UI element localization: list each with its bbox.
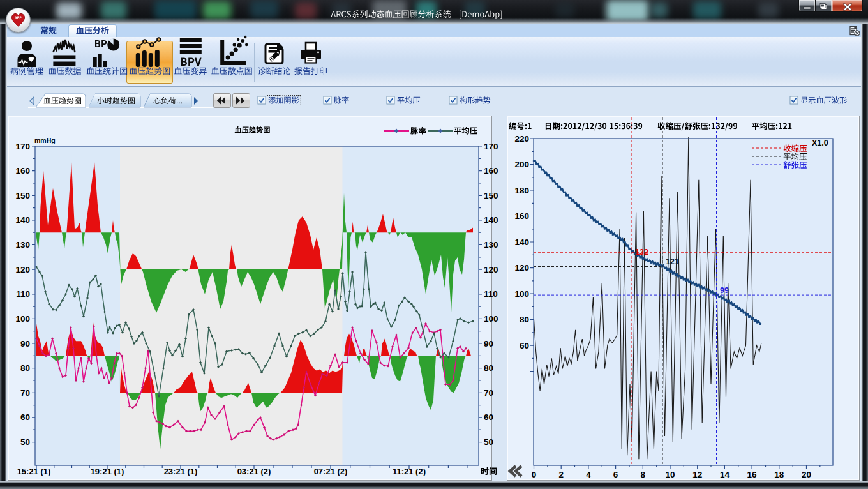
- svg-text:80: 80: [520, 315, 529, 324]
- svg-text:110: 110: [16, 289, 30, 299]
- svg-text:220: 220: [514, 134, 529, 144]
- svg-text:16: 16: [747, 470, 758, 479]
- svg-text:160: 160: [514, 211, 529, 221]
- svg-text:100: 100: [514, 289, 529, 299]
- svg-text:140: 140: [484, 215, 498, 225]
- svg-text:170: 170: [484, 142, 498, 151]
- svg-text:130: 130: [484, 240, 498, 250]
- svg-text:03:21 (2): 03:21 (2): [237, 467, 271, 476]
- svg-text:60: 60: [20, 412, 30, 422]
- svg-text:100: 100: [15, 314, 30, 324]
- svg-text:130: 130: [15, 240, 30, 250]
- svg-text:50: 50: [484, 437, 493, 447]
- svg-text:15:21 (1): 15:21 (1): [17, 467, 51, 476]
- svg-text:160: 160: [484, 166, 498, 176]
- svg-text:8: 8: [641, 470, 646, 479]
- svg-text:60: 60: [484, 412, 493, 422]
- svg-text:4: 4: [586, 470, 591, 479]
- svg-text:19:21 (1): 19:21 (1): [91, 467, 124, 476]
- svg-text:60: 60: [520, 341, 529, 350]
- svg-text:50: 50: [20, 437, 30, 447]
- svg-text:140: 140: [15, 215, 30, 225]
- svg-text:11:21 (2): 11:21 (2): [393, 467, 426, 476]
- svg-text:200: 200: [514, 160, 529, 169]
- svg-text:121: 121: [666, 257, 679, 266]
- svg-text:140: 140: [514, 237, 529, 247]
- svg-text:99: 99: [720, 286, 729, 295]
- svg-text:70: 70: [20, 388, 30, 398]
- svg-text:120: 120: [15, 265, 30, 275]
- svg-text:18: 18: [774, 470, 784, 479]
- svg-text:10: 10: [665, 470, 675, 479]
- svg-text:07:21 (2): 07:21 (2): [314, 467, 348, 476]
- svg-text:160: 160: [15, 166, 30, 176]
- svg-text:110: 110: [484, 289, 498, 299]
- svg-text:mmHg: mmHg: [34, 137, 56, 144]
- svg-text:170: 170: [15, 142, 30, 151]
- svg-text:23:21 (1): 23:21 (1): [164, 467, 198, 476]
- svg-text:132: 132: [635, 248, 648, 257]
- svg-text:X1.0: X1.0: [812, 139, 828, 147]
- svg-text:0: 0: [532, 470, 537, 479]
- svg-text:90: 90: [20, 339, 30, 349]
- svg-text:6: 6: [613, 470, 618, 479]
- svg-text:100: 100: [484, 314, 498, 324]
- svg-text:70: 70: [484, 388, 493, 398]
- svg-text:14: 14: [720, 470, 730, 479]
- svg-text:80: 80: [20, 363, 30, 373]
- svg-text:20: 20: [802, 470, 811, 479]
- svg-text:120: 120: [484, 265, 498, 275]
- svg-text:80: 80: [484, 363, 493, 373]
- svg-text:12: 12: [692, 470, 702, 479]
- svg-text:150: 150: [15, 191, 30, 200]
- svg-text:180: 180: [514, 186, 529, 195]
- svg-text:90: 90: [484, 339, 493, 349]
- svg-text:150: 150: [484, 191, 498, 200]
- svg-text:120: 120: [514, 263, 529, 273]
- svg-text:2: 2: [558, 470, 564, 479]
